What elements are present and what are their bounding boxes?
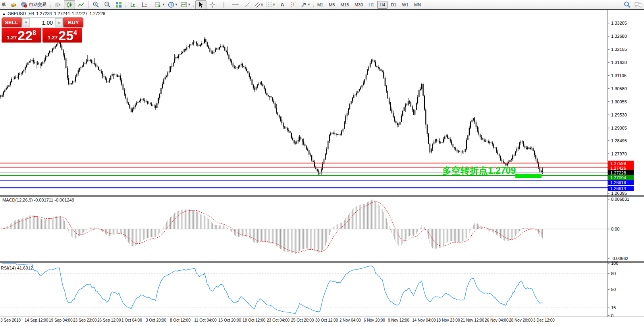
one-click-trading-panel: SELL ▼ 1.00 ▲ BUY 1.27 22 8 1.27 25 4 xyxy=(2,17,83,43)
macd-value-2: -0.001249 xyxy=(54,198,74,202)
toolbar-grip[interactable] xyxy=(50,2,51,8)
time-axis-label: 30 Oct 12:00 xyxy=(315,318,338,322)
chart-shift-button[interactable] xyxy=(139,0,150,9)
vertical-line-tool-button[interactable] xyxy=(218,0,229,9)
time-axis-label: 21 Nov 12:00 xyxy=(461,318,484,322)
zoom-out-button[interactable] xyxy=(102,0,113,9)
symbol-period: GBPUSD-,H4 xyxy=(8,11,34,16)
timeframe-button-M5[interactable]: M5 xyxy=(326,1,337,9)
toolbar: 单 自动交易 xyxy=(0,0,644,10)
time-axis-label: 26 Sep 12:00 xyxy=(97,318,121,322)
timeframe-button-M15[interactable]: M15 xyxy=(338,1,351,9)
volume-value[interactable]: 1.00 xyxy=(30,18,55,27)
svg-text:100: 100 xyxy=(611,261,618,266)
chat-icon[interactable] xyxy=(633,0,644,9)
add-indicator-button[interactable]: ▼ xyxy=(154,0,166,9)
svg-text:80: 80 xyxy=(611,271,616,276)
sell-price-prefix: 1.27 xyxy=(7,35,17,41)
volume-increase-button[interactable]: ▲ xyxy=(55,18,63,27)
cursor-tool-button[interactable] xyxy=(195,0,206,9)
rsi-value: 41.6012 xyxy=(17,266,33,270)
buy-price-prefix: 1.27 xyxy=(48,35,58,41)
new-order-icon[interactable] xyxy=(8,0,19,9)
timeframe-button-M30[interactable]: M30 xyxy=(352,1,365,9)
search-icon[interactable] xyxy=(621,0,632,9)
svg-text:50: 50 xyxy=(611,287,616,292)
high-value: 1.27244 xyxy=(54,11,70,16)
buy-button[interactable]: BUY xyxy=(64,17,83,27)
svg-text:1.27228: 1.27228 xyxy=(610,171,626,175)
time-axis-label: 3 Oct 20:00 xyxy=(146,318,166,322)
crosshair-tool-button[interactable] xyxy=(207,0,218,9)
time-axis-label: 23 Sep 23:00 xyxy=(73,318,97,322)
timeframe-button-MN[interactable]: MN xyxy=(412,1,423,9)
arrows-tool-button[interactable]: ▼ xyxy=(300,0,312,9)
fibo-f-label: F xyxy=(273,3,275,6)
text-tool-button[interactable]: A xyxy=(277,0,288,9)
volume-decrease-button[interactable]: ▼ xyxy=(22,18,30,27)
timeframe-button-H4[interactable]: H4 xyxy=(377,1,388,9)
periods-button[interactable]: ▼ xyxy=(167,0,179,9)
annotation-highlight-bar[interactable] xyxy=(515,174,542,178)
sell-price-pips: 22 xyxy=(17,28,33,43)
chart-canvas[interactable]: 1.332051.326801.321551.316301.311051.305… xyxy=(0,0,644,326)
toolbar-grip[interactable] xyxy=(313,2,314,8)
toolbar-grip[interactable] xyxy=(125,2,126,8)
annotation-text[interactable]: 多空转折点1.2709 xyxy=(442,165,516,177)
zoom-in-button[interactable] xyxy=(90,0,101,9)
time-axis-label: 14 Sep 12:00 xyxy=(25,318,48,322)
bar-chart-button[interactable] xyxy=(52,0,64,9)
macd-indicator-label: MACD(12,26,9) -0.001711 -0.001249 xyxy=(2,198,74,202)
sell-price-display[interactable]: 1.27 22 8 xyxy=(2,28,41,43)
volume-stepper: ▼ 1.00 ▲ xyxy=(21,17,64,27)
autotrading-button[interactable]: 自动交易 xyxy=(19,0,49,9)
horizontal-line-tool-button[interactable] xyxy=(230,0,241,9)
buy-price-display[interactable]: 1.27 25 4 xyxy=(42,28,82,43)
time-axis-label: 2 Nov 04:00 xyxy=(339,318,361,322)
svg-text:1.32680: 1.32680 xyxy=(611,34,627,39)
timeframe-group: M1M5M15M30H1H4D1W1MN xyxy=(315,1,423,9)
macd-layer xyxy=(0,200,608,254)
svg-text:-0.00662: -0.00662 xyxy=(611,256,628,261)
time-axis-label: 1 Oct 04:00 xyxy=(121,318,142,322)
candlestick-chart-button[interactable] xyxy=(64,0,75,9)
price-axis[interactable]: 1.332051.326801.321551.316301.311051.305… xyxy=(608,21,634,318)
auto-scroll-button[interactable] xyxy=(127,0,139,9)
time-axis-label: 26 Nov 04:00 xyxy=(485,318,509,322)
chevron-down-icon: ▼ xyxy=(188,3,191,6)
new-order-button[interactable]: 单 xyxy=(0,2,8,8)
time-axis-label: 15 Oct 20:00 xyxy=(218,318,241,322)
timeframe-button-W1[interactable]: W1 xyxy=(399,1,411,9)
timeframe-button-M1[interactable]: M1 xyxy=(315,1,326,9)
trendline-tool-button[interactable] xyxy=(241,0,253,9)
channel-e-label: E xyxy=(261,3,263,6)
svg-text:1.29005: 1.29005 xyxy=(611,126,627,130)
chevron-down-icon: ▼ xyxy=(307,3,310,6)
svg-text:1.33205: 1.33205 xyxy=(611,21,627,25)
toolbar-grip[interactable] xyxy=(193,2,194,8)
svg-text:1.31630: 1.31630 xyxy=(611,60,627,65)
time-axis-label: 19 Sep 04:00 xyxy=(49,318,73,322)
equidistant-channel-tool-button[interactable]: E xyxy=(253,0,264,9)
svg-text:1.26918: 1.26918 xyxy=(610,180,626,185)
line-chart-button[interactable] xyxy=(75,0,87,9)
label-tool-button[interactable]: T xyxy=(288,0,299,9)
timeframe-button-H1[interactable]: H1 xyxy=(366,1,376,9)
fibonacci-tool-button[interactable]: F xyxy=(265,0,276,9)
tile-windows-button[interactable] xyxy=(113,0,124,9)
time-axis-label: 14 Nov 04:00 xyxy=(412,318,436,322)
template-button[interactable]: ▼ xyxy=(179,0,192,9)
chevron-down-icon: ▼ xyxy=(162,3,165,6)
time-axis-label: 18 Oct 12:00 xyxy=(243,318,265,322)
time-axis-label: 25 Oct 20:00 xyxy=(291,318,314,322)
timeframe-button-D1[interactable]: D1 xyxy=(388,1,399,9)
rsi-indicator-label: RSI(14) 41.6012 xyxy=(1,266,33,270)
svg-text:1.26395: 1.26395 xyxy=(611,191,627,196)
sell-button[interactable]: SELL xyxy=(2,17,21,27)
low-value: 1.27227 xyxy=(72,11,88,16)
buy-price-pips: 25 xyxy=(58,28,73,43)
svg-text:1.29530: 1.29530 xyxy=(611,113,627,117)
time-axis-label: 3 Dec 12:00 xyxy=(533,318,555,322)
svg-text:0.00: 0.00 xyxy=(611,227,619,231)
svg-text:0: 0 xyxy=(611,313,613,318)
